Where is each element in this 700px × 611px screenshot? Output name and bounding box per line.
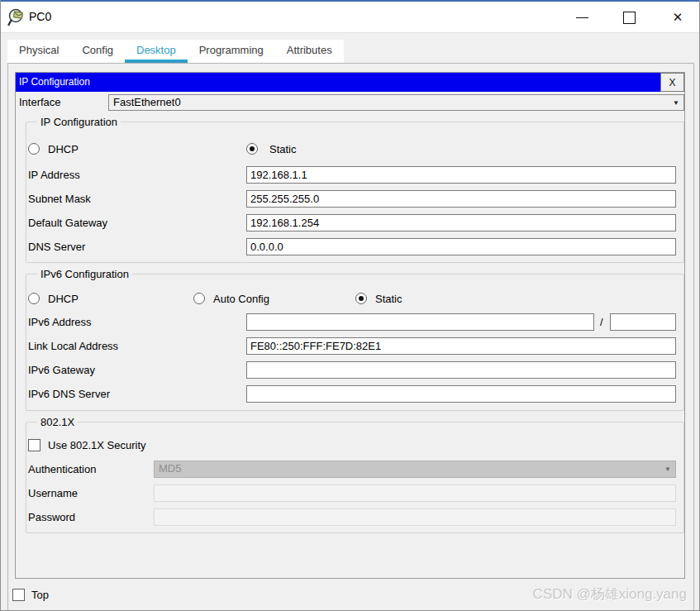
authentication-dropdown: MD5 ▼ — [154, 461, 676, 478]
ipv6-autoconfig-radio[interactable] — [193, 293, 205, 304]
minimize-button[interactable] — [566, 5, 598, 30]
dns-server-input[interactable] — [246, 238, 676, 255]
csdn-watermark: CSDN @杨雄xiong.yang — [533, 585, 687, 604]
ipv6-prefix-input[interactable] — [610, 313, 676, 331]
dialog-title[interactable]: IP Configuration — [16, 73, 660, 92]
top-checkbox-label[interactable]: Top — [31, 589, 49, 602]
link-local-address-label: Link Local Address — [28, 340, 118, 353]
username-label: Username — [28, 487, 78, 500]
authentication-label: Authentication — [28, 463, 96, 476]
tab-config[interactable]: Config — [70, 40, 125, 63]
password-label: Password — [28, 511, 75, 524]
subnet-mask-input[interactable] — [246, 190, 676, 208]
ipv4-dhcp-radio-label[interactable]: DHCP — [48, 143, 79, 156]
authentication-dropdown-value: MD5 — [159, 462, 181, 475]
dot1x-group-legend: 802.1X — [37, 416, 78, 429]
interface-dropdown[interactable]: FastEthernet0 ▼ — [108, 94, 684, 111]
ipv6-group-legend: IPv6 Configuration — [37, 268, 132, 281]
ipv4-static-radio-label[interactable]: Static — [269, 143, 297, 156]
ipv4-group-legend: IP Configuration — [37, 116, 121, 129]
default-gateway-input[interactable] — [246, 214, 676, 232]
ipv6-dhcp-radio[interactable] — [28, 293, 40, 304]
use-8021x-security-label[interactable]: Use 802.1X Security — [48, 439, 146, 452]
tab-bar: Physical Config Desktop Programming Attr… — [7, 40, 344, 63]
use-8021x-security-checkbox[interactable] — [28, 439, 40, 451]
dns-server-label: DNS Server — [28, 241, 85, 254]
ipv6-static-radio-label[interactable]: Static — [375, 293, 402, 306]
ipv6-address-input[interactable] — [246, 313, 594, 331]
ip-address-input[interactable] — [246, 166, 676, 184]
close-button[interactable]: ✕ — [662, 5, 693, 30]
ip-address-label: IP Address — [28, 169, 80, 182]
default-gateway-label: Default Gateway — [28, 217, 107, 230]
titlebar: PC0 ✕ — [1, 2, 699, 33]
maximize-button[interactable] — [613, 5, 645, 30]
ipv4-dhcp-radio[interactable] — [28, 143, 40, 155]
tab-programming[interactable]: Programming — [188, 40, 275, 63]
link-local-address-input[interactable] — [246, 337, 676, 355]
maximize-icon — [623, 12, 636, 24]
chevron-down-icon: ▼ — [664, 465, 671, 473]
packet-tracer-app-icon — [7, 7, 27, 27]
ipv6-gateway-label: IPv6 Gateway — [28, 364, 95, 377]
top-checkbox[interactable] — [12, 589, 25, 601]
tab-physical[interactable]: Physical — [7, 40, 70, 63]
ipv6-dhcp-radio-label[interactable]: DHCP — [48, 293, 79, 306]
tab-desktop[interactable]: Desktop — [125, 40, 188, 63]
dialog-close-button[interactable]: X — [660, 73, 684, 92]
ipv6-address-label: IPv6 Address — [28, 316, 92, 329]
username-input — [154, 485, 676, 502]
packet-tracer-window: PC0 ✕ Physical Config Desktop Programmin… — [0, 0, 700, 611]
ipv6-static-radio[interactable] — [355, 293, 367, 304]
dialog-header: IP Configuration X — [16, 73, 684, 92]
ipv6-autoconfig-radio-label[interactable]: Auto Config — [213, 293, 269, 306]
password-input — [154, 508, 676, 526]
interface-label: Interface — [19, 96, 61, 109]
interface-dropdown-value: FastEthernet0 — [113, 96, 181, 108]
ipv6-gateway-input[interactable] — [246, 361, 676, 379]
subnet-mask-label: Subnet Mask — [28, 193, 91, 206]
chevron-down-icon: ▼ — [673, 99, 679, 107]
ipv6-dns-server-label: IPv6 DNS Server — [28, 388, 110, 401]
ipv6-dns-server-input[interactable] — [246, 385, 676, 403]
ipv4-static-radio[interactable] — [246, 143, 258, 155]
minimize-icon — [576, 17, 588, 18]
ipv6-prefix-separator: / — [600, 316, 603, 328]
tab-attributes[interactable]: Attributes — [275, 40, 344, 63]
close-icon: ✕ — [673, 10, 683, 25]
window-title: PC0 — [29, 10, 51, 23]
